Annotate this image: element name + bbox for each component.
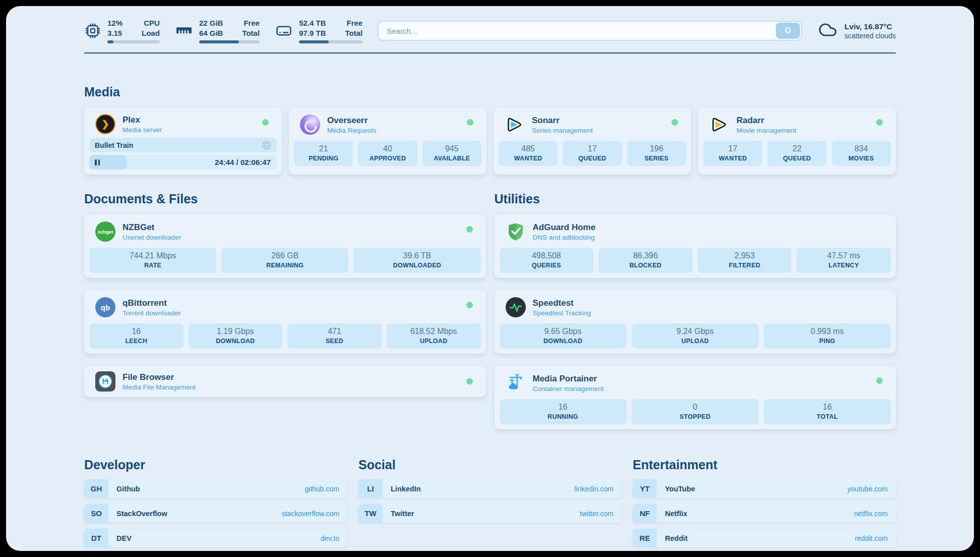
pause-icon[interactable] bbox=[95, 159, 100, 165]
link-url[interactable]: stackoverflow.com bbox=[282, 510, 339, 518]
qbittorrent-icon bbox=[95, 297, 115, 317]
service-card-nzbget[interactable]: NZBGet Usenet downloader 744.21 Mbps RAT… bbox=[84, 214, 486, 278]
service-subtitle: Usenet downloader bbox=[122, 234, 181, 241]
weather-widget[interactable]: Lviv, 16.87°C scattered clouds bbox=[817, 20, 896, 41]
stat-value: 618.52 Mbps bbox=[389, 327, 479, 336]
stat-tile: 471 SEED bbox=[287, 323, 382, 349]
link-badge: SO bbox=[84, 504, 108, 523]
search-input[interactable] bbox=[378, 21, 802, 41]
stat-label: STOPPED bbox=[634, 413, 757, 420]
search-bar: G bbox=[378, 21, 802, 41]
cpu-icon bbox=[84, 22, 101, 39]
section-title-documents: Documents & Files bbox=[84, 192, 486, 206]
status-dot bbox=[466, 378, 473, 385]
section-title-social: Social bbox=[358, 458, 622, 472]
ram-progress-fill bbox=[199, 40, 239, 43]
link-url[interactable]: twitter.com bbox=[580, 510, 614, 518]
media-type-icon bbox=[262, 140, 271, 150]
stat-tile: 16 TOTAL bbox=[764, 399, 891, 424]
stat-label: SEED bbox=[289, 338, 380, 345]
stat-label: LATENCY bbox=[799, 262, 889, 269]
topbar-divider bbox=[84, 52, 896, 53]
link-url[interactable]: reddit.com bbox=[855, 534, 888, 542]
stat-tile: 1.19 Gbps DOWNLOAD bbox=[189, 323, 283, 349]
service-card-qbittorrent[interactable]: qBittorrent Torrent downloader 16 LEECH … bbox=[84, 290, 486, 354]
stat-tile: 17 WANTED bbox=[703, 141, 762, 166]
link-row-linkedin[interactable]: LI LinkedIn linkedin.com bbox=[358, 479, 622, 498]
service-card-adguard[interactable]: AdGuard Home DNS and adblocking 498,508 … bbox=[495, 214, 896, 278]
stat-tile: 17 QUEUED bbox=[563, 141, 622, 166]
weather-location-temp: Lviv, 16.87°C bbox=[844, 22, 896, 31]
stat-label: DOWNLOAD bbox=[502, 338, 625, 345]
status-dot bbox=[466, 302, 473, 308]
stat-value: 47.57 ms bbox=[799, 251, 889, 260]
service-card-filebrowser[interactable]: File Browser Media File Management bbox=[84, 366, 486, 397]
link-url[interactable]: netflix.com bbox=[854, 510, 888, 518]
service-card-speedtest[interactable]: Speedtest Speedtest Tracking 9.65 Gbps D… bbox=[495, 290, 896, 354]
stat-value: 16 bbox=[502, 403, 625, 412]
link-row-netflix[interactable]: NF Netflix netflix.com bbox=[633, 504, 896, 523]
dashboard-app: 12% 3.15 CPU Load bbox=[6, 6, 974, 551]
stat-label: RUNNING bbox=[502, 413, 625, 420]
cpu-progress-track bbox=[107, 40, 160, 43]
system-metrics: 12% 3.15 CPU Load bbox=[84, 18, 362, 43]
stat-tile: 744.21 Mbps RATE bbox=[89, 248, 216, 273]
stat-value: 39.6 TB bbox=[355, 251, 478, 260]
stat-label: DOWNLOAD bbox=[191, 338, 281, 345]
media-card-grid: ❯ Plex Media server Bullet Train 24:44 bbox=[84, 107, 896, 175]
stat-label: RATE bbox=[91, 262, 214, 269]
service-subtitle: Media Requests bbox=[327, 127, 377, 134]
link-url[interactable]: github.com bbox=[305, 485, 339, 493]
link-name: YouTube bbox=[665, 485, 695, 493]
cloud-icon bbox=[817, 20, 838, 41]
screen-frame: 12% 3.15 CPU Load bbox=[0, 0, 980, 557]
link-row-youtube[interactable]: YT YouTube youtube.com bbox=[633, 479, 896, 498]
link-row-twitter[interactable]: TW Twitter twitter.com bbox=[358, 504, 622, 523]
service-card-radarr[interactable]: Radarr Movie management 17 WANTED 22 QUE… bbox=[698, 107, 896, 175]
speedtest-icon bbox=[506, 297, 526, 317]
service-card-plex[interactable]: ❯ Plex Media server Bullet Train 24:44 bbox=[84, 107, 282, 175]
stat-label: BLOCKED bbox=[600, 262, 691, 269]
stat-tile: 0.993 ms PING bbox=[764, 323, 891, 349]
playback-time: 24:44 / 02:06:47 bbox=[215, 158, 271, 166]
cpu-label: CPU bbox=[144, 18, 160, 28]
link-url[interactable]: linkedin.com bbox=[574, 485, 614, 493]
link-row-reddit[interactable]: RE Reddit reddit.com bbox=[633, 529, 896, 547]
service-subtitle: DNS and adblocking bbox=[533, 234, 596, 241]
stat-tile: 9.65 Gbps DOWNLOAD bbox=[500, 323, 627, 349]
service-card-overseerr[interactable]: Overseerr Media Requests 21 PENDING 40 A… bbox=[289, 107, 486, 175]
now-playing-row[interactable]: Bullet Train bbox=[89, 138, 277, 152]
link-row-github[interactable]: GH Github github.com bbox=[84, 479, 347, 498]
stat-value: 16 bbox=[91, 327, 181, 336]
status-dot bbox=[876, 119, 883, 126]
link-row-stackoverflow[interactable]: SO StackOverflow stackoverflow.com bbox=[84, 504, 347, 523]
stat-label: PING bbox=[766, 338, 889, 345]
service-card-sonarr[interactable]: Sonarr Series management 485 WANTED 17 Q… bbox=[494, 107, 691, 175]
link-url[interactable]: dev.to bbox=[321, 534, 339, 542]
google-search-button[interactable]: G bbox=[776, 23, 800, 39]
link-row-dev[interactable]: DT DEV dev.to bbox=[84, 529, 347, 547]
link-url[interactable]: youtube.com bbox=[847, 485, 888, 493]
stat-tile: 2,953 FILTERED bbox=[698, 248, 792, 273]
stat-label: AVAILABLE bbox=[424, 155, 479, 162]
link-name: Twitter bbox=[391, 510, 414, 518]
cpu-progress-fill bbox=[107, 40, 113, 43]
service-card-portainer[interactable]: Media Portainer Container management 16 … bbox=[495, 366, 896, 429]
stat-tile: 47.57 ms LATENCY bbox=[797, 248, 891, 273]
link-name: Github bbox=[116, 485, 140, 493]
ram-icon bbox=[175, 22, 193, 40]
playback-progress-bar[interactable]: 24:44 / 02:06:47 bbox=[89, 155, 277, 170]
stat-label: QUEUED bbox=[769, 155, 824, 162]
stat-label: DOWNLOADED bbox=[355, 262, 478, 269]
stat-tile: 0 STOPPED bbox=[632, 399, 759, 424]
stat-label: APPROVED bbox=[360, 155, 415, 162]
stat-value: 498,508 bbox=[502, 251, 592, 260]
top-bar: 12% 3.15 CPU Load bbox=[84, 18, 896, 43]
stat-value: 9.24 Gbps bbox=[634, 327, 757, 336]
link-badge: RE bbox=[633, 529, 657, 547]
link-name: Netflix bbox=[665, 510, 687, 518]
disk-free-label: Free bbox=[347, 18, 363, 28]
stat-value: 485 bbox=[501, 144, 556, 153]
section-title-utilities: Utilities bbox=[495, 192, 896, 206]
disk-metric: 52.4 TB 97.9 TB Free Total bbox=[275, 18, 362, 43]
